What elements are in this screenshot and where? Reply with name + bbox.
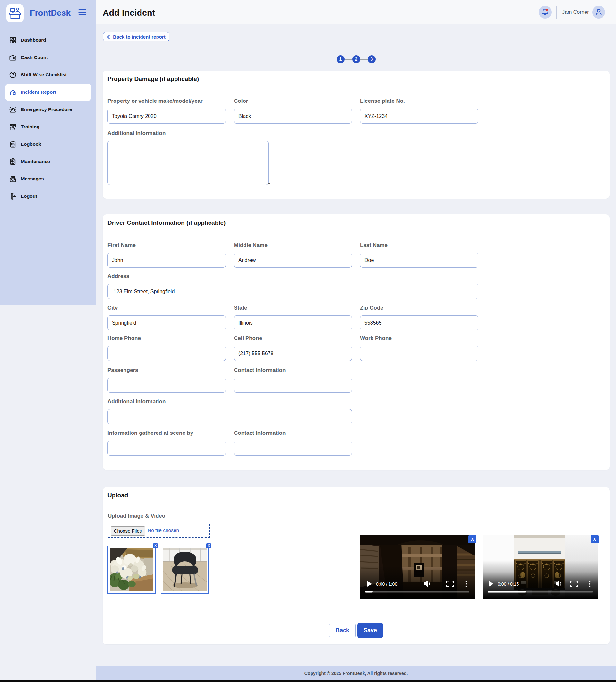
svg-text:0:00 / 0:15: 0:00 / 0:15: [498, 582, 519, 587]
svg-text:0:00 / 1:00: 0:00 / 1:00: [376, 582, 397, 587]
